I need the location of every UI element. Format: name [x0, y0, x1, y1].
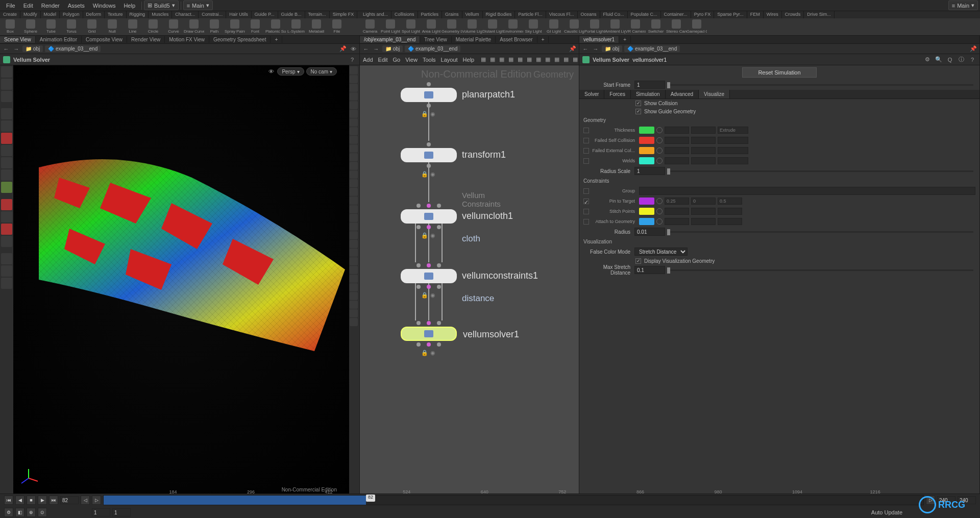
row-v2[interactable]: [691, 208, 716, 215]
color-swatch[interactable]: [639, 147, 654, 154]
node-planarpatch1[interactable]: planarpatch1🔒◉: [401, 81, 457, 117]
lock-icon[interactable]: 🔒: [421, 171, 427, 177]
start-frame-input[interactable]: [634, 81, 665, 89]
show-collision-check[interactable]: ✓: [635, 101, 641, 106]
shelf-item-platonic-solids[interactable]: Platonic Solids: [265, 18, 286, 35]
shelf-tab-r-7[interactable]: Viscous Fl...: [546, 11, 578, 18]
tool-lock[interactable]: [1, 120, 12, 132]
row-input[interactable]: [639, 187, 975, 195]
row-check[interactable]: [583, 209, 589, 214]
menu-help[interactable]: Help: [119, 2, 139, 10]
shelf-tab-r-3[interactable]: Grains: [442, 11, 462, 18]
tl-opt-2[interactable]: ◧: [15, 508, 24, 517]
shelf-tab-5[interactable]: Texture: [105, 11, 127, 18]
net-icon-9[interactable]: ▦: [562, 56, 570, 64]
play-last-button[interactable]: ⏭: [49, 496, 58, 505]
color-swatch[interactable]: [639, 127, 654, 134]
menu-render[interactable]: Render: [37, 2, 64, 10]
panetab-2[interactable]: Composite View: [82, 36, 127, 43]
tl-opt-1[interactable]: ⚙: [4, 508, 13, 517]
shelf-tab-10[interactable]: Hair Utils: [226, 11, 252, 18]
row-check[interactable]: [583, 138, 589, 143]
shelf-tab-r-16[interactable]: Crowds: [782, 11, 804, 18]
shelf-item-circle[interactable]: Circle: [143, 18, 163, 35]
vp-rtool-14[interactable]: [350, 188, 358, 196]
vp-rtool-29[interactable]: [350, 318, 358, 326]
menu-windows[interactable]: Windows: [89, 2, 120, 10]
menu-file[interactable]: File: [2, 2, 19, 10]
vp-rtool-18[interactable]: [350, 223, 358, 231]
row-v3[interactable]: [718, 157, 748, 164]
vp-rtool-7[interactable]: [350, 127, 358, 135]
network-canvas[interactable]: Non-Commercial Edition Geometry planarpa…: [360, 65, 579, 494]
max-stretch-input[interactable]: [634, 266, 665, 274]
shelf-item-font[interactable]: Font: [245, 18, 265, 35]
shelf-item-torus[interactable]: Torus: [61, 18, 82, 35]
shelf-tab-r-8[interactable]: Oceans: [578, 11, 600, 18]
net-icon-8[interactable]: ▦: [553, 56, 561, 64]
vp-rtool-8[interactable]: [350, 136, 358, 144]
shelf-tab-r-2[interactable]: Particles: [418, 11, 443, 18]
radius-scale-slider[interactable]: [667, 170, 973, 172]
show-guide-check[interactable]: ✓: [635, 109, 641, 114]
shelf-item-switcher[interactable]: Switcher: [646, 18, 666, 35]
false-color-select[interactable]: Stretch Distance: [634, 248, 688, 256]
tool-c1[interactable]: [1, 253, 12, 264]
tool-x1[interactable]: [1, 133, 12, 144]
row-v1[interactable]: [665, 137, 689, 144]
help-icon[interactable]: ?: [968, 56, 976, 64]
shelf-tab-r-4[interactable]: Vellum: [462, 11, 483, 18]
vp-rtool-17[interactable]: [350, 214, 358, 222]
net-icon-3[interactable]: ▦: [507, 56, 515, 64]
prm-tab-simulation[interactable]: Simulation: [631, 90, 666, 98]
vp-rtool-28[interactable]: [350, 309, 358, 317]
prm-tab-forces[interactable]: Forces: [604, 90, 631, 98]
tool-x4[interactable]: [1, 169, 12, 181]
row-v1[interactable]: [665, 208, 689, 215]
net-icon-1[interactable]: ▦: [488, 56, 497, 64]
net-help[interactable]: Help: [463, 57, 475, 63]
pin-icon[interactable]: 📌: [969, 45, 977, 53]
flag-icon[interactable]: ◉: [430, 292, 436, 298]
vp-rtool-27[interactable]: [350, 301, 358, 309]
filter-icon[interactable]: 🔍: [935, 56, 943, 64]
play-prev-button[interactable]: ◀: [15, 496, 24, 505]
play-play-button[interactable]: ▶: [38, 496, 47, 505]
shelf-item-environment-light[interactable]: Environment Light: [503, 18, 523, 35]
info-icon[interactable]: ⓘ: [957, 56, 965, 64]
play-first-button[interactable]: ⏮: [4, 496, 13, 505]
radius-slider[interactable]: [667, 231, 973, 233]
shelf-item-geometry-light[interactable]: Geometry Light: [442, 18, 462, 35]
shelf-item-null[interactable]: Null: [102, 18, 122, 35]
panetab-0[interactable]: Scene View: [0, 36, 36, 43]
net-icon-10[interactable]: ▦: [571, 56, 579, 64]
lock-icon[interactable]: 🔒: [421, 350, 427, 356]
net-icon-0[interactable]: ▦: [479, 56, 487, 64]
shelf-item-sky-light[interactable]: Sky Light: [523, 18, 544, 35]
node-vellumconstraints1[interactable]: vellumconstraints1distance🔒◉: [401, 262, 457, 298]
shelf-tab-r-17[interactable]: Drive Sim...: [804, 11, 835, 18]
shelf-item-file[interactable]: File: [327, 18, 347, 35]
shelf-item-gi-light[interactable]: GI Light: [544, 18, 564, 35]
shelf-tab-r-1[interactable]: Collisions: [391, 11, 418, 18]
vp-rtool-3[interactable]: [350, 92, 358, 101]
row-check[interactable]: [583, 188, 589, 194]
net-icon-6[interactable]: ▦: [534, 56, 543, 64]
camera-pill[interactable]: Persp ▾: [277, 67, 304, 76]
shelf-tab-12[interactable]: Guide B...: [278, 11, 305, 18]
shelf-tab-r-13[interactable]: Sparse Pyr...: [714, 11, 747, 18]
vp-rtool-20[interactable]: [350, 240, 358, 248]
radius-scale-input[interactable]: [634, 167, 665, 175]
shelf-tab-4[interactable]: Deform: [83, 11, 105, 18]
max-stretch-slider[interactable]: [667, 269, 973, 271]
row-v1[interactable]: [665, 147, 689, 154]
vp-rtool-23[interactable]: [350, 266, 358, 274]
tool-h2[interactable]: [1, 211, 12, 223]
shelf-tab-r-10[interactable]: Populate C...: [628, 11, 661, 18]
tool-x2[interactable]: [1, 145, 12, 156]
node-vellumsolver1[interactable]: vellumsolver1🔒◉: [401, 319, 457, 356]
shelf-item-caustic-light[interactable]: Caustic Light: [564, 18, 584, 35]
shelf-tab-7[interactable]: Muscles: [149, 11, 172, 18]
shelf-tab-1[interactable]: Modify: [20, 11, 41, 18]
shelf-tab-9[interactable]: Constrai...: [199, 11, 226, 18]
